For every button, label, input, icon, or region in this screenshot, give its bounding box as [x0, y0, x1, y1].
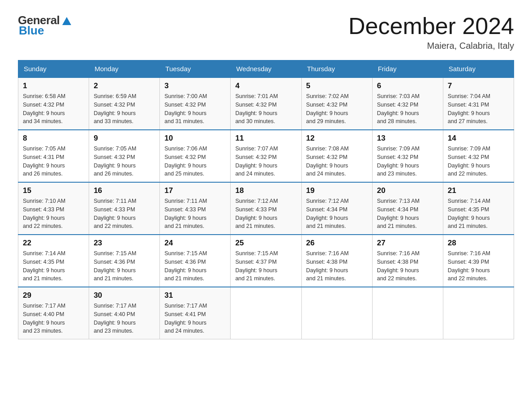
calendar-week-row: 15Sunrise: 7:10 AMSunset: 4:33 PMDayligh… — [18, 182, 514, 235]
day-info: Sunrise: 7:07 AMSunset: 4:32 PMDaylight:… — [235, 145, 296, 178]
calendar-cell: 28Sunrise: 7:16 AMSunset: 4:39 PMDayligh… — [443, 235, 514, 287]
day-info: Sunrise: 7:16 AMSunset: 4:38 PMDaylight:… — [306, 249, 368, 283]
calendar-cell: 11Sunrise: 7:07 AMSunset: 4:32 PMDayligh… — [231, 130, 301, 182]
day-info: Sunrise: 7:03 AMSunset: 4:32 PMDaylight:… — [377, 92, 438, 126]
logo-text-blue: Blue — [18, 24, 44, 38]
day-number: 13 — [377, 134, 438, 143]
day-info: Sunrise: 7:01 AMSunset: 4:32 PMDaylight:… — [235, 92, 296, 126]
day-info: Sunrise: 6:58 AMSunset: 4:32 PMDaylight:… — [23, 92, 84, 126]
calendar-cell: 2Sunrise: 6:59 AMSunset: 4:32 PMDaylight… — [89, 77, 160, 130]
day-number: 25 — [235, 239, 296, 248]
day-number: 18 — [235, 186, 296, 195]
calendar-cell: 18Sunrise: 7:12 AMSunset: 4:33 PMDayligh… — [231, 182, 301, 235]
calendar-cell — [443, 287, 514, 339]
calendar-subtitle: Maiera, Calabria, Italy — [348, 41, 514, 51]
day-number: 23 — [94, 239, 155, 248]
logo-triangle-icon — [60, 14, 73, 27]
day-number: 12 — [306, 134, 368, 143]
header-day-wednesday: Wednesday — [231, 60, 301, 78]
day-info: Sunrise: 7:15 AMSunset: 4:37 PMDaylight:… — [235, 249, 296, 283]
logo-wordmark: General Blue — [18, 13, 73, 38]
day-number: 4 — [235, 81, 296, 90]
calendar-cell: 8Sunrise: 7:05 AMSunset: 4:31 PMDaylight… — [18, 130, 89, 182]
calendar-cell: 3Sunrise: 7:00 AMSunset: 4:32 PMDaylight… — [160, 77, 231, 130]
calendar-cell: 27Sunrise: 7:16 AMSunset: 4:38 PMDayligh… — [372, 235, 443, 287]
calendar-cell: 24Sunrise: 7:15 AMSunset: 4:36 PMDayligh… — [160, 235, 231, 287]
calendar-cell: 23Sunrise: 7:15 AMSunset: 4:36 PMDayligh… — [89, 235, 160, 287]
calendar-cell: 4Sunrise: 7:01 AMSunset: 4:32 PMDaylight… — [231, 77, 301, 130]
day-number: 9 — [94, 134, 155, 143]
calendar-cell: 25Sunrise: 7:15 AMSunset: 4:37 PMDayligh… — [231, 235, 301, 287]
day-number: 3 — [164, 81, 226, 90]
day-number: 29 — [23, 291, 84, 300]
calendar-cell: 26Sunrise: 7:16 AMSunset: 4:38 PMDayligh… — [301, 235, 372, 287]
day-number: 19 — [306, 186, 368, 195]
calendar-cell: 13Sunrise: 7:09 AMSunset: 4:32 PMDayligh… — [372, 130, 443, 182]
day-info: Sunrise: 7:05 AMSunset: 4:32 PMDaylight:… — [94, 145, 155, 178]
logo: General Blue — [18, 13, 73, 38]
day-number: 27 — [377, 239, 438, 248]
calendar-week-row: 22Sunrise: 7:14 AMSunset: 4:35 PMDayligh… — [18, 235, 514, 287]
calendar-cell: 15Sunrise: 7:10 AMSunset: 4:33 PMDayligh… — [18, 182, 89, 235]
header-day-thursday: Thursday — [301, 60, 372, 78]
calendar-cell: 30Sunrise: 7:17 AMSunset: 4:40 PMDayligh… — [89, 287, 160, 339]
day-info: Sunrise: 7:11 AMSunset: 4:33 PMDaylight:… — [94, 197, 155, 231]
day-info: Sunrise: 7:08 AMSunset: 4:32 PMDaylight:… — [306, 145, 368, 178]
day-number: 10 — [164, 134, 226, 143]
header-day-sunday: Sunday — [18, 60, 89, 78]
day-number: 26 — [306, 239, 368, 248]
calendar-title: December 2024 — [348, 13, 514, 39]
day-info: Sunrise: 6:59 AMSunset: 4:32 PMDaylight:… — [94, 92, 155, 126]
day-info: Sunrise: 7:17 AMSunset: 4:40 PMDaylight:… — [94, 302, 155, 335]
day-info: Sunrise: 7:13 AMSunset: 4:34 PMDaylight:… — [377, 197, 438, 231]
day-info: Sunrise: 7:06 AMSunset: 4:32 PMDaylight:… — [164, 145, 226, 178]
day-number: 8 — [23, 134, 84, 143]
day-info: Sunrise: 7:00 AMSunset: 4:32 PMDaylight:… — [164, 92, 226, 126]
calendar-cell: 7Sunrise: 7:04 AMSunset: 4:31 PMDaylight… — [443, 77, 514, 130]
day-number: 28 — [448, 239, 509, 248]
calendar-cell: 10Sunrise: 7:06 AMSunset: 4:32 PMDayligh… — [160, 130, 231, 182]
day-number: 24 — [164, 239, 226, 248]
day-info: Sunrise: 7:15 AMSunset: 4:36 PMDaylight:… — [94, 249, 155, 283]
day-info: Sunrise: 7:09 AMSunset: 4:32 PMDaylight:… — [377, 145, 438, 178]
calendar-cell: 20Sunrise: 7:13 AMSunset: 4:34 PMDayligh… — [372, 182, 443, 235]
day-info: Sunrise: 7:16 AMSunset: 4:39 PMDaylight:… — [448, 249, 509, 283]
day-number: 5 — [306, 81, 368, 90]
day-info: Sunrise: 7:17 AMSunset: 4:40 PMDaylight:… — [23, 302, 84, 335]
day-info: Sunrise: 7:05 AMSunset: 4:31 PMDaylight:… — [23, 145, 84, 178]
day-info: Sunrise: 7:10 AMSunset: 4:33 PMDaylight:… — [23, 197, 84, 231]
calendar-cell: 19Sunrise: 7:12 AMSunset: 4:34 PMDayligh… — [301, 182, 372, 235]
calendar-cell: 6Sunrise: 7:03 AMSunset: 4:32 PMDaylight… — [372, 77, 443, 130]
calendar-cell — [372, 287, 443, 339]
day-number: 17 — [164, 186, 226, 195]
calendar-header-row: SundayMondayTuesdayWednesdayThursdayFrid… — [18, 60, 514, 78]
day-info: Sunrise: 7:09 AMSunset: 4:32 PMDaylight:… — [448, 145, 509, 178]
day-info: Sunrise: 7:17 AMSunset: 4:41 PMDaylight:… — [164, 302, 226, 335]
day-info: Sunrise: 7:14 AMSunset: 4:35 PMDaylight:… — [448, 197, 509, 231]
calendar-cell — [301, 287, 372, 339]
calendar-cell: 5Sunrise: 7:02 AMSunset: 4:32 PMDaylight… — [301, 77, 372, 130]
calendar-cell: 12Sunrise: 7:08 AMSunset: 4:32 PMDayligh… — [301, 130, 372, 182]
header-day-monday: Monday — [89, 60, 160, 78]
day-number: 15 — [23, 186, 84, 195]
header-day-tuesday: Tuesday — [160, 60, 231, 78]
day-info: Sunrise: 7:12 AMSunset: 4:33 PMDaylight:… — [235, 197, 296, 231]
calendar-week-row: 8Sunrise: 7:05 AMSunset: 4:31 PMDaylight… — [18, 130, 514, 182]
calendar-cell: 17Sunrise: 7:11 AMSunset: 4:33 PMDayligh… — [160, 182, 231, 235]
day-number: 7 — [448, 81, 509, 90]
calendar-cell — [231, 287, 301, 339]
calendar-cell: 22Sunrise: 7:14 AMSunset: 4:35 PMDayligh… — [18, 235, 89, 287]
day-info: Sunrise: 7:15 AMSunset: 4:36 PMDaylight:… — [164, 249, 226, 283]
day-info: Sunrise: 7:02 AMSunset: 4:32 PMDaylight:… — [306, 92, 368, 126]
day-info: Sunrise: 7:12 AMSunset: 4:34 PMDaylight:… — [306, 197, 368, 231]
day-number: 1 — [23, 81, 84, 90]
day-number: 6 — [377, 81, 438, 90]
day-info: Sunrise: 7:04 AMSunset: 4:31 PMDaylight:… — [448, 92, 509, 126]
day-number: 31 — [164, 291, 226, 300]
calendar-cell: 9Sunrise: 7:05 AMSunset: 4:32 PMDaylight… — [89, 130, 160, 182]
calendar-week-row: 1Sunrise: 6:58 AMSunset: 4:32 PMDaylight… — [18, 77, 514, 130]
calendar-cell: 29Sunrise: 7:17 AMSunset: 4:40 PMDayligh… — [18, 287, 89, 339]
calendar-cell: 1Sunrise: 6:58 AMSunset: 4:32 PMDaylight… — [18, 77, 89, 130]
svg-marker-0 — [62, 17, 71, 25]
calendar-week-row: 29Sunrise: 7:17 AMSunset: 4:40 PMDayligh… — [18, 287, 514, 339]
